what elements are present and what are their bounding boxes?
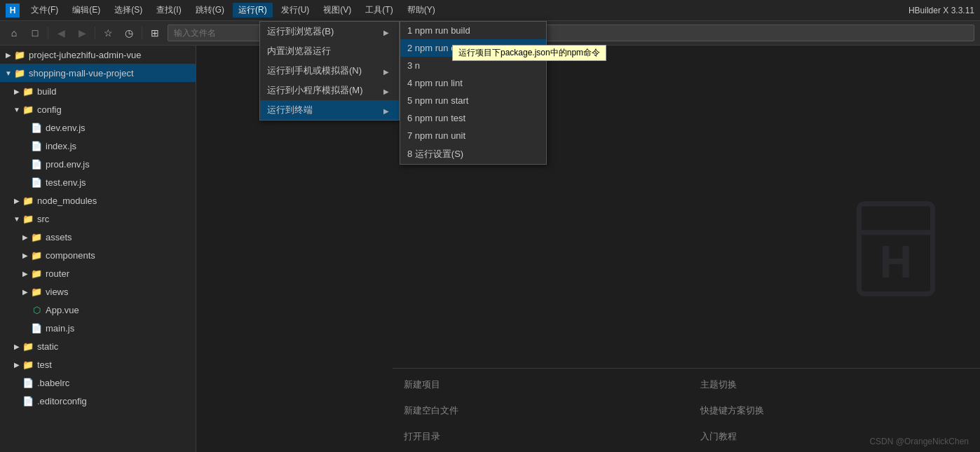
toolbar-save[interactable]: □ bbox=[27, 25, 43, 41]
tree-label-router: router bbox=[46, 268, 69, 279]
toolbar-back[interactable]: ◀ bbox=[53, 25, 69, 41]
toolbar-forward[interactable]: ▶ bbox=[74, 25, 90, 41]
tree-item-prod-env[interactable]: 📄 prod.env.js bbox=[0, 155, 196, 173]
tree-item-node-modules[interactable]: 📁 node_modules bbox=[0, 191, 196, 210]
tree-item-config[interactable]: 📁 config bbox=[0, 100, 196, 118]
menu-select[interactable]: 选择(S) bbox=[109, 3, 148, 18]
submenu-arrow-mobile bbox=[383, 66, 389, 76]
tree-arrow-src bbox=[11, 213, 22, 224]
tree-arrow-assets bbox=[20, 231, 31, 242]
shortcut-theme[interactable]: 主题切换 bbox=[700, 374, 969, 395]
menu-tools[interactable]: 工具(T) bbox=[360, 3, 398, 18]
folder-icon-src: 📁 bbox=[22, 213, 34, 224]
folder-icon-config: 📁 bbox=[22, 104, 34, 115]
tree-item-src[interactable]: 📁 src bbox=[0, 210, 196, 228]
menu-npm-dev[interactable]: 2 npm run dev bbox=[400, 39, 546, 57]
tree-label-assets: assets bbox=[46, 232, 72, 242]
tree-label-build: build bbox=[37, 86, 56, 97]
tree-item-project1[interactable]: 📁 project-juhezhifu-admin-vue bbox=[0, 46, 196, 64]
tree-item-router[interactable]: 📁 router bbox=[0, 264, 196, 282]
tree-label-test-env: test.env.js bbox=[46, 177, 86, 188]
tree-item-dev-env[interactable]: 📄 dev.env.js bbox=[0, 118, 196, 137]
tree-item-index-js[interactable]: 📄 index.js bbox=[0, 137, 196, 155]
shortcut-new-file[interactable]: 新建空白文件 bbox=[404, 400, 672, 420]
menu-run-miniapp[interactable]: 运行到小程序模拟器(M) bbox=[260, 81, 399, 100]
menu-npm-unit[interactable]: 7 npm run unit bbox=[400, 127, 546, 144]
menu-run-browser[interactable]: 运行到浏览器(B) bbox=[260, 22, 399, 41]
tree-label-main-js: main.js bbox=[46, 323, 74, 334]
tree-item-build[interactable]: 📁 build bbox=[0, 82, 196, 100]
tree-item-assets[interactable]: 📁 assets bbox=[0, 228, 196, 246]
tree-arrow-node-modules bbox=[11, 195, 22, 206]
menu-help[interactable]: 帮助(Y) bbox=[402, 3, 441, 18]
menu-edit[interactable]: 编辑(E) bbox=[67, 3, 106, 18]
tree-item-babelrc[interactable]: 📄 .babelrc bbox=[0, 374, 196, 392]
menu-find[interactable]: 查找(I) bbox=[151, 3, 186, 18]
h-watermark: H bbox=[854, 200, 938, 298]
submenu-arrow-miniapp bbox=[383, 85, 389, 96]
menu-run[interactable]: 运行(R) bbox=[233, 3, 273, 18]
submenu-arrow-terminal bbox=[383, 105, 389, 116]
toolbar-sep1 bbox=[48, 27, 48, 39]
menu-view[interactable]: 视图(V) bbox=[318, 3, 357, 18]
menu-publish[interactable]: 发行(U) bbox=[275, 3, 315, 18]
shortcut-new-project[interactable]: 新建项目 bbox=[404, 374, 672, 395]
menu-npm-build[interactable]: 1 npm run build bbox=[400, 22, 546, 39]
file-icon-main-js: 📄 bbox=[31, 322, 42, 334]
tree-item-views[interactable]: 📁 views bbox=[0, 282, 196, 301]
tree-arrow-build bbox=[11, 85, 22, 97]
toolbar-bookmark[interactable]: ☆ bbox=[100, 25, 116, 41]
file-icon-test-env: 📄 bbox=[31, 177, 42, 188]
tree-item-app-vue[interactable]: ⬡ App.vue bbox=[0, 301, 196, 319]
menu-run-builtin-browser[interactable]: 内置浏览器运行 bbox=[260, 41, 399, 61]
folder-icon-router: 📁 bbox=[31, 268, 42, 279]
menu-run-settings[interactable]: 8 运行设置(S) bbox=[400, 144, 546, 164]
tree-label-editorconfig: .editorconfig bbox=[37, 396, 87, 406]
menu-run-mobile[interactable]: 运行到手机或模拟器(N) bbox=[260, 61, 399, 81]
tree-arrow-babelrc bbox=[11, 377, 22, 388]
tree-label-babelrc: .babelrc bbox=[37, 378, 69, 388]
tree-label-index-js: index.js bbox=[46, 141, 76, 151]
folder-icon-views: 📁 bbox=[31, 286, 42, 297]
tree-arrow-app-vue bbox=[20, 304, 31, 315]
file-icon-prod-env: 📄 bbox=[31, 158, 42, 170]
tree-label-project2: shopping-mall-vue-project bbox=[29, 68, 134, 78]
tree-item-static[interactable]: 📁 static bbox=[0, 337, 196, 355]
file-icon-app-vue: ⬡ bbox=[31, 304, 42, 315]
tree-item-test[interactable]: 📁 test bbox=[0, 355, 196, 374]
folder-icon-build: 📁 bbox=[22, 85, 34, 97]
tree-label-src: src bbox=[37, 214, 49, 224]
tree-label-config: config bbox=[37, 104, 62, 115]
shortcut-keymap[interactable]: 快捷键方案切换 bbox=[700, 400, 969, 420]
tree-arrow-test-env bbox=[20, 177, 31, 188]
menu-npm-test[interactable]: 6 npm run test bbox=[400, 109, 546, 127]
terminal-submenu: 1 npm run build 2 npm run dev 3 n 4 npm … bbox=[400, 21, 547, 165]
menu-npm-lint[interactable]: 4 npm run lint bbox=[400, 74, 546, 92]
folder-icon-components: 📁 bbox=[31, 249, 42, 261]
folder-icon-node-modules: 📁 bbox=[22, 195, 34, 206]
tree-arrow-editorconfig bbox=[11, 395, 22, 406]
file-icon-babelrc: 📄 bbox=[22, 377, 34, 388]
toolbar-home[interactable]: ⌂ bbox=[6, 25, 22, 41]
menu-run-terminal[interactable]: 运行到终端 bbox=[260, 100, 399, 120]
menu-npm-start[interactable]: 5 npm run start bbox=[400, 92, 546, 109]
tree-arrow-config bbox=[11, 104, 22, 115]
tree-item-editorconfig[interactable]: 📄 .editorconfig bbox=[0, 392, 196, 410]
menu-file[interactable]: 文件(F) bbox=[25, 3, 64, 18]
tree-item-test-env[interactable]: 📄 test.env.js bbox=[0, 173, 196, 191]
tree-item-project2[interactable]: 📁 shopping-mall-vue-project bbox=[0, 64, 196, 82]
tree-item-main-js[interactable]: 📄 main.js bbox=[0, 319, 196, 337]
shortcut-open-dir[interactable]: 打开目录 bbox=[404, 426, 672, 446]
run-menu: 运行到浏览器(B) 内置浏览器运行 运行到手机或模拟器(N) 运行到小程序模拟器… bbox=[259, 21, 400, 121]
tree-label-views: views bbox=[46, 287, 69, 297]
toolbar-search-file[interactable]: ⊞ bbox=[147, 25, 163, 41]
folder-icon-project2: 📁 bbox=[14, 67, 25, 78]
tree-arrow-main-js bbox=[20, 322, 31, 334]
menu-npm-package[interactable]: 3 n bbox=[400, 57, 546, 74]
tree-arrow-test bbox=[11, 359, 22, 370]
tree-item-components[interactable]: 📁 components bbox=[0, 246, 196, 264]
app-logo: H bbox=[6, 4, 20, 18]
menu-jump[interactable]: 跳转(G) bbox=[190, 3, 230, 18]
tree-label-app-vue: App.vue bbox=[46, 305, 79, 315]
toolbar-history[interactable]: ◷ bbox=[121, 25, 137, 41]
